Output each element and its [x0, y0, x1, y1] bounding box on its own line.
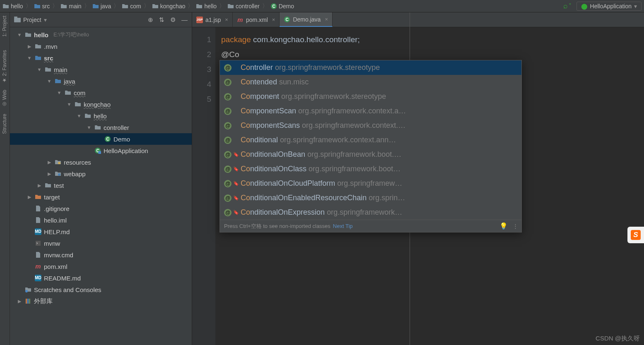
tool-tab[interactable]: ◎ Web	[0, 86, 9, 110]
tool-tab[interactable]: 1: Project	[0, 12, 9, 40]
completion-item[interactable]: @ComponentScans org.springframework.cont…	[220, 118, 521, 133]
annotation-icon: @	[224, 64, 232, 72]
breadcrumb-item[interactable]: main	[60, 3, 81, 10]
breadcrumb-item[interactable]: src	[34, 3, 50, 10]
tree-item[interactable]: ▶webapp	[10, 168, 192, 180]
tree-item[interactable]: ▼controller	[10, 122, 192, 133]
tree-item[interactable]: ▼main	[10, 64, 192, 75]
run-configuration-selector[interactable]: ⬤ HelloApplication ▾	[576, 2, 642, 11]
tree-item[interactable]: ▶外部库	[10, 295, 192, 307]
completion-item[interactable]: @🔖ConditionalOnClass org.springframework…	[220, 162, 521, 176]
annotation-icon: @	[224, 209, 232, 216]
svg-point-12	[25, 290, 28, 292]
completion-item[interactable]: @ComponentScan org.springframework.conte…	[220, 104, 521, 118]
tree-item[interactable]: ▼helloE:\学习吧\hello	[10, 29, 192, 41]
toolbar-button[interactable]: ⇅	[159, 16, 164, 24]
tree-item[interactable]: ▼kongchao	[10, 98, 192, 110]
next-tip-link[interactable]: Next Tip	[333, 223, 353, 229]
tree-item[interactable]: CDemo	[10, 133, 192, 145]
navigation-bar: hello〉src〉main〉java〉com〉kongchao〉hello〉c…	[0, 0, 644, 12]
editor-tab[interactable]: JSPa1.jsp×	[192, 12, 233, 27]
editor-tab[interactable]: mpom.xml×	[233, 12, 280, 27]
annotation-icon: @	[224, 194, 232, 202]
tree-item[interactable]: MDREADME.md	[10, 272, 192, 284]
svg-rect-15	[29, 299, 30, 304]
project-tree[interactable]: ▼helloE:\学习吧\hello▶.mvn▼src▼main▼java▼co…	[10, 27, 192, 345]
svg-rect-3	[14, 17, 17, 18]
tree-item[interactable]: CHelloApplication	[10, 145, 192, 156]
completion-item[interactable]: @🔖ConditionalOnExpression org.springfram…	[220, 205, 521, 220]
tree-item[interactable]: mvnw.cmd	[10, 249, 192, 261]
tree-item[interactable]: ▶.mvn	[10, 41, 192, 52]
tree-item[interactable]: hello.iml	[10, 214, 192, 226]
popup-footer: Press Ctrl+空格 to see non-imported classe…	[220, 220, 521, 232]
editor-tab[interactable]: CDemo.java×	[280, 12, 333, 27]
tree-item[interactable]: ▼src	[10, 52, 192, 64]
completion-item[interactable]: @Component org.springframework.stereotyp…	[220, 89, 521, 104]
svg-rect-11	[36, 241, 41, 246]
annotation-icon: @	[224, 165, 232, 173]
toolbar-button[interactable]: ⊕	[148, 16, 153, 24]
project-view-selector[interactable]: Project ▾	[14, 17, 47, 23]
completion-item[interactable]: @🔖ConditionalOnBean org.springframework.…	[220, 147, 521, 162]
close-icon[interactable]: ×	[325, 16, 328, 22]
completion-item[interactable]: @🔖ConditionalOnCloudPlatform org.springf…	[220, 176, 521, 191]
watermark: CSDN @执久呀	[596, 335, 640, 343]
svg-text:C: C	[286, 17, 289, 22]
tree-item[interactable]: Scratches and Consoles	[10, 284, 192, 295]
editor-tabs: JSPa1.jsp×mpom.xml×CDemo.java×	[192, 12, 644, 27]
toolbar-button[interactable]: ⚙	[170, 16, 176, 24]
breadcrumb-item[interactable]: controller	[227, 3, 260, 10]
tool-tab[interactable]	[0, 40, 3, 47]
code-completion-popup[interactable]: @Controller org.springframework.stereoty…	[219, 60, 522, 232]
project-toolbar: Project ▾ ⊕⇅⚙—	[10, 12, 192, 27]
tool-tab[interactable]: ★ 2: Favorites	[0, 47, 9, 86]
toolbar-button[interactable]: —	[181, 16, 188, 24]
ime-indicator[interactable]: S	[627, 227, 644, 243]
breadcrumb: hello〉src〉main〉java〉com〉kongchao〉hello〉c…	[2, 2, 294, 10]
breadcrumb-item[interactable]: hello	[2, 3, 23, 10]
completion-item[interactable]: @Controller org.springframework.stereoty…	[220, 60, 521, 75]
annotation-icon: @	[224, 79, 232, 86]
tree-item[interactable]: ▼hello	[10, 110, 192, 122]
run-config-label: HelloApplication	[590, 3, 632, 10]
svg-rect-13	[26, 299, 27, 304]
annotation-icon: @	[224, 93, 232, 101]
breadcrumb-item[interactable]: java	[92, 3, 111, 10]
completion-item[interactable]: @🔖ConditionalOnEnabledResourceChain org.…	[220, 191, 521, 205]
tree-item[interactable]: mpom.xml	[10, 261, 192, 272]
project-tool-window: Project ▾ ⊕⇅⚙— ▼helloE:\学习吧\hello▶.mvn▼s…	[10, 12, 192, 345]
tool-tab[interactable]: Structure	[0, 110, 9, 137]
tree-item[interactable]: ▼com	[10, 87, 192, 98]
breadcrumb-item[interactable]: com	[122, 3, 141, 10]
annotation-icon: @	[224, 108, 232, 115]
breadcrumb-item[interactable]: CDemo	[270, 3, 294, 10]
svg-point-9	[58, 162, 60, 164]
svg-rect-2	[14, 18, 21, 22]
svg-rect-14	[27, 299, 29, 304]
tree-item[interactable]: MDHELP.md	[10, 226, 192, 237]
svg-point-10	[58, 173, 60, 176]
close-icon[interactable]: ×	[272, 17, 275, 23]
breadcrumb-item[interactable]: kongchao	[152, 3, 186, 10]
svg-text:C: C	[272, 4, 275, 9]
breadcrumb-item[interactable]: hello	[196, 3, 217, 10]
tree-item[interactable]: ▼java	[10, 75, 192, 87]
more-icon[interactable]: ⋮	[513, 223, 517, 229]
completion-item[interactable]: @Conditional org.springframework.context…	[220, 133, 521, 147]
tree-item[interactable]: ▶resources	[10, 156, 192, 168]
tree-item[interactable]: ▶test	[10, 180, 192, 191]
tree-item[interactable]: mvnw	[10, 237, 192, 249]
annotation-icon: @	[224, 137, 232, 144]
annotation-icon: @	[224, 151, 232, 158]
tree-item[interactable]: ▶target	[10, 191, 192, 203]
svg-text:C: C	[106, 137, 109, 141]
annotation-icon: @	[224, 180, 232, 187]
annotation-icon: @	[224, 122, 232, 129]
bulb-icon[interactable]: 💡	[499, 222, 508, 230]
completion-item[interactable]: @Contended sun.misc	[220, 75, 521, 89]
line-gutter: 12345	[192, 27, 215, 345]
search-icon[interactable]: ⌕⁺	[563, 2, 572, 10]
tree-item[interactable]: .gitignore	[10, 203, 192, 214]
close-icon[interactable]: ×	[225, 17, 228, 23]
